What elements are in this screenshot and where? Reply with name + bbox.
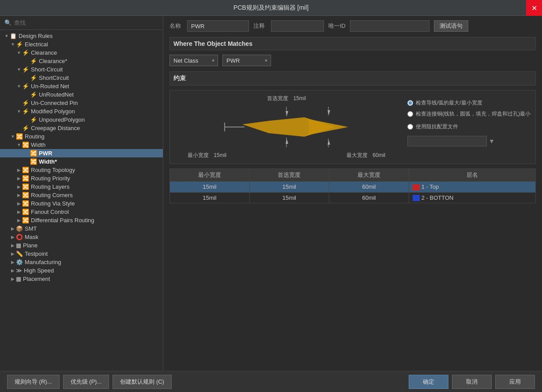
tree-item-mask[interactable]: ▶ ⭕ Mask <box>0 233 163 241</box>
table-row[interactable]: 15mil15mil60mil2 - BOTTON <box>170 192 536 203</box>
routing-priority-label: Routing Priority <box>31 175 70 182</box>
toggle-short-circuit[interactable]: ▼ <box>16 67 22 72</box>
toggle-placement[interactable]: ▶ <box>10 276 16 281</box>
radio-option-1[interactable]: 检查导线/弧的最大/最小宽度 <box>407 99 531 107</box>
tree-item-width-group[interactable]: ▼ 🔀 Width <box>0 141 163 149</box>
tree-item-creepage[interactable]: ⚡ Creepage Distance <box>0 124 163 132</box>
test-button[interactable]: 测试语句 <box>434 20 468 32</box>
diff-pairs-icon: 🔀 <box>22 217 29 224</box>
tree-item-routing-layers[interactable]: ▶ 🔀 Routing Layers <box>0 183 163 191</box>
shortcircuit-label: ShortCircuit <box>39 75 69 81</box>
toggle-modified-polygon[interactable]: ▼ <box>16 109 22 114</box>
toggle-routing-via-style[interactable]: ▶ <box>16 201 22 206</box>
tree-item-width[interactable]: 🔀 Width* <box>0 157 163 166</box>
toggle-testpoint[interactable]: ▶ <box>10 251 16 256</box>
toggle-unrouted[interactable]: ▼ <box>16 84 22 89</box>
tree-item-unroutednet[interactable]: ⚡ UnRoutedNet <box>0 90 163 99</box>
uid-input[interactable] <box>350 20 429 32</box>
toggle-plane[interactable]: ▶ <box>10 243 16 248</box>
tree-item-testpoint[interactable]: ▶ ✏️ Testpoint <box>0 250 163 258</box>
clearance-group-label: Clearance <box>31 49 57 56</box>
cell-pref-width: 15mil <box>249 182 329 193</box>
tree-item-unpouredpolygon[interactable]: ⚡ UnpouredPolygon <box>0 116 163 124</box>
toggle-smt[interactable]: ▶ <box>10 226 16 231</box>
rules-wizard-button[interactable]: 规则向导 (R)... <box>7 375 60 389</box>
clearance-icon: ⚡ <box>30 58 37 64</box>
note-label: 注释 <box>253 22 267 30</box>
ok-button[interactable]: 确定 <box>409 375 448 389</box>
name-input[interactable] <box>187 20 249 32</box>
search-input[interactable] <box>14 19 158 26</box>
search-bar: 🔍 <box>0 16 163 30</box>
tree-item-routing-topology[interactable]: ▶ 🔀 Routing Topology <box>0 166 163 174</box>
radio-option-3[interactable]: 使用阻抗配置文件 <box>407 123 458 131</box>
tree-item-routing-corners[interactable]: ▶ 🔀 Routing Corners <box>0 191 163 199</box>
creepage-icon: ⚡ <box>22 125 29 131</box>
tree-item-diff-pairs[interactable]: ▶ 🔀 Differential Pairs Routing <box>0 216 163 224</box>
window-title: PCB规则及约束编辑器 [mil] <box>233 4 309 12</box>
toggle-routing[interactable]: ▼ <box>10 134 16 139</box>
pwr-icon: 🔀 <box>30 150 37 157</box>
tree-item-routing-via-style[interactable]: ▶ 🔀 Routing Via Style <box>0 199 163 208</box>
toggle-routing-corners[interactable]: ▶ <box>16 193 22 198</box>
apply-button[interactable]: 应用 <box>495 375 535 389</box>
search-icon: 🔍 <box>4 19 11 26</box>
toggle-design-rules[interactable]: ▼ <box>4 34 10 38</box>
constraint-heading: 约束 <box>169 71 536 86</box>
radio-input-1[interactable] <box>407 100 413 106</box>
routing-icon: 🔀 <box>16 133 23 140</box>
close-button[interactable]: ✕ <box>526 0 542 16</box>
tree-item-routing[interactable]: ▼ 🔀 Routing <box>0 132 163 141</box>
tree-item-modified-polygon[interactable]: ▼ ⚡ Modified Polygon <box>0 107 163 116</box>
note-input[interactable] <box>271 20 324 32</box>
radio-input-2[interactable] <box>407 111 413 117</box>
toggle-routing-priority[interactable]: ▶ <box>16 176 22 181</box>
diagram-right: 检查导线/弧的最大/最小宽度 检查连接铜(线轨，圆弧，填充，焊盘和过孔)最小 使… <box>407 95 531 146</box>
tree-item-plane[interactable]: ▶ ▦ Plane <box>0 241 163 250</box>
pwr-select[interactable]: PWR GND VCC <box>222 55 271 66</box>
toggle-width[interactable]: ▼ <box>16 142 22 147</box>
create-default-rules-button[interactable]: 创建默认规则 (C) <box>113 375 172 389</box>
tree-item-high-speed[interactable]: ▶ ≫ High Speed <box>0 266 163 275</box>
tree-item-design-rules[interactable]: ▼ 📋 Design Rules <box>0 32 163 40</box>
width-diagram-svg <box>216 103 357 152</box>
toggle-clearance[interactable]: ▼ <box>16 50 22 55</box>
priority-button[interactable]: 优先级 (P)... <box>63 375 109 389</box>
tree-item-routing-priority[interactable]: ▶ 🔀 Routing Priority <box>0 174 163 183</box>
radio-input-3[interactable] <box>407 124 413 130</box>
toggle-high-speed[interactable]: ▶ <box>10 268 16 273</box>
toggle-routing-topology[interactable]: ▶ <box>16 168 22 172</box>
impedance-input[interactable] <box>407 136 487 146</box>
tree-item-manufacturing[interactable]: ▶ ⚙️ Manufacturing <box>0 258 163 266</box>
net-class-select[interactable]: Net Class Net All <box>169 55 218 66</box>
toggle-fanout-control[interactable]: ▶ <box>16 209 22 214</box>
tree-item-fanout-control[interactable]: ▶ 🔀 Fanout Control <box>0 208 163 216</box>
toggle-manufacturing[interactable]: ▶ <box>10 260 16 265</box>
toggle-routing-layers[interactable]: ▶ <box>16 184 22 189</box>
tree-item-placement[interactable]: ▶ ▦ Placement <box>0 275 163 283</box>
width-group-label: Width <box>31 142 45 148</box>
bottom-left-buttons: 规则向导 (R)... 优先级 (P)... 创建默认规则 (C) <box>7 375 172 389</box>
toggle-diff-pairs[interactable]: ▶ <box>16 218 22 223</box>
tree-item-clearance-group[interactable]: ▼ ⚡ Clearance <box>0 49 163 57</box>
tree-container: ▼ 📋 Design Rules ▼ ⚡ Electrical ▼ ⚡ Clea… <box>0 30 163 371</box>
tree-item-smt[interactable]: ▶ 📦 SMT <box>0 224 163 233</box>
tree-item-short-circuit[interactable]: ▼ ⚡ Short-Circuit <box>0 65 163 74</box>
table-row[interactable]: 15mil15mil60mil1 - Top <box>170 182 536 193</box>
toggle-mask[interactable]: ▶ <box>10 235 16 239</box>
testpoint-icon: ✏️ <box>16 250 23 257</box>
tree-item-pwr[interactable]: 🔀 PWR <box>0 149 163 157</box>
toggle-electrical[interactable]: ▼ <box>10 42 16 47</box>
placement-icon: ▦ <box>16 276 21 282</box>
radio-option-2[interactable]: 检查连接铜(线轨，圆弧，填充，焊盘和过孔)最小 <box>407 110 531 118</box>
testpoint-label: Testpoint <box>25 250 48 257</box>
tree-item-unconnected-pin[interactable]: ⚡ Un-Connected Pin <box>0 99 163 107</box>
tree-item-shortcircuit[interactable]: ⚡ ShortCircuit <box>0 74 163 82</box>
bottom-bar: 规则向导 (R)... 优先级 (P)... 创建默认规则 (C) 确定 取消 … <box>0 371 542 392</box>
tree-item-electrical[interactable]: ▼ ⚡ Electrical <box>0 40 163 49</box>
cancel-button[interactable]: 取消 <box>452 375 492 389</box>
cell-pref-width: 15mil <box>249 192 329 203</box>
tree-item-clearance[interactable]: ⚡ Clearance* <box>0 57 163 65</box>
diff-pairs-label: Differential Pairs Routing <box>31 217 94 224</box>
tree-item-unrouted-net[interactable]: ▼ ⚡ Un-Routed Net <box>0 82 163 90</box>
